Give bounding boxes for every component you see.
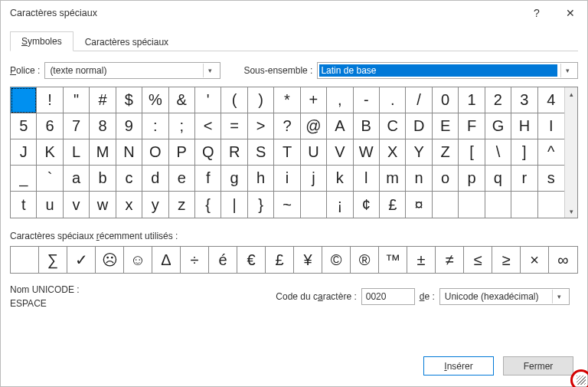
recent-char-cell[interactable]: ® [351, 247, 379, 273]
char-cell[interactable]: ' [195, 87, 221, 113]
recent-char-cell[interactable]: ≥ [492, 247, 521, 273]
char-cell[interactable]: v [64, 192, 90, 218]
char-cell[interactable] [511, 192, 537, 218]
char-cell[interactable]: z [169, 192, 195, 218]
char-cell[interactable]: G [485, 113, 511, 139]
char-cell[interactable]: : [142, 113, 168, 139]
char-cell[interactable]: k [327, 166, 353, 192]
char-cell[interactable]: a [64, 166, 90, 192]
recent-char-cell[interactable]: é [209, 247, 237, 273]
char-cell[interactable]: J [11, 139, 37, 166]
char-cell[interactable]: N [116, 139, 142, 166]
char-cell[interactable]: 5 [11, 113, 37, 139]
char-cell[interactable]: w [90, 192, 116, 218]
char-cell[interactable]: o [433, 166, 459, 192]
char-cell[interactable]: q [485, 166, 511, 192]
char-cell[interactable]: 4 [538, 87, 564, 113]
char-cell[interactable]: H [511, 113, 537, 139]
font-select[interactable]: (texte normal) ▾ [44, 62, 220, 79]
char-cell[interactable]: & [169, 87, 195, 113]
char-cell[interactable]: R [221, 139, 247, 166]
char-cell[interactable]: - [354, 87, 380, 113]
char-cell[interactable]: ¢ [354, 192, 380, 218]
resize-handle[interactable] [577, 376, 586, 385]
char-cell[interactable]: @ [301, 113, 327, 139]
char-cell[interactable]: ! [37, 87, 63, 113]
char-cell[interactable]: ] [511, 139, 537, 166]
char-cell[interactable]: 3 [511, 87, 537, 113]
recent-char-cell[interactable]: × [521, 247, 549, 273]
tab-special-characters[interactable]: Caractères spéciaux [74, 32, 180, 51]
char-cell[interactable]: X [380, 139, 406, 166]
from-select[interactable]: Unicode (hexadécimal) ▾ [439, 288, 570, 305]
char-cell[interactable]: V [327, 139, 353, 166]
char-cell[interactable]: L [64, 139, 90, 166]
char-cell[interactable]: T [274, 139, 300, 166]
char-cell[interactable]: m [380, 166, 406, 192]
char-cell[interactable]: I [538, 113, 564, 139]
char-cell[interactable]: ? [274, 113, 300, 139]
char-cell[interactable]: £ [380, 192, 406, 218]
recent-char-cell[interactable]: ☺ [124, 247, 152, 273]
char-cell[interactable]: , [327, 87, 353, 113]
char-cell[interactable]: i [274, 166, 300, 192]
char-cell[interactable]: M [90, 139, 116, 166]
char-cell[interactable]: P [169, 139, 195, 166]
recent-char-cell[interactable]: ÷ [181, 247, 209, 273]
char-cell[interactable]: f [195, 166, 221, 192]
grid-scrollbar[interactable]: ▴ ▾ [564, 87, 577, 218]
char-cell[interactable]: D [406, 113, 432, 139]
char-cell[interactable]: ¡ [327, 192, 353, 218]
close-button[interactable]: Fermer [503, 356, 573, 376]
char-cell[interactable]: s [538, 166, 564, 192]
char-cell[interactable]: e [169, 166, 195, 192]
recent-char-cell[interactable]: € [237, 247, 266, 273]
char-cell[interactable]: \ [485, 139, 511, 166]
char-cell[interactable]: 6 [37, 113, 63, 139]
char-cell[interactable]: # [90, 87, 116, 113]
code-input[interactable]: 0020 [361, 288, 415, 305]
char-cell[interactable]: j [301, 166, 327, 192]
recent-char-cell[interactable]: ¥ [294, 247, 322, 273]
char-cell[interactable]: c [116, 166, 142, 192]
char-cell[interactable]: > [248, 113, 274, 139]
char-cell[interactable]: r [511, 166, 537, 192]
char-cell[interactable]: x [116, 192, 142, 218]
char-cell[interactable]: Z [433, 139, 459, 166]
char-cell[interactable]: U [301, 139, 327, 166]
char-cell[interactable]: d [142, 166, 168, 192]
char-cell[interactable]: t [11, 192, 37, 218]
char-cell[interactable]: Q [195, 139, 221, 166]
char-cell[interactable]: W [354, 139, 380, 166]
char-cell[interactable]: 8 [90, 113, 116, 139]
char-cell[interactable]: E [433, 113, 459, 139]
char-cell[interactable]: 1 [459, 87, 485, 113]
recent-char-cell[interactable]: £ [266, 247, 294, 273]
char-cell[interactable]: 2 [485, 87, 511, 113]
help-button[interactable]: ? [520, 1, 554, 25]
char-cell[interactable]: Y [406, 139, 432, 166]
recent-char-cell[interactable] [11, 247, 39, 273]
char-cell[interactable]: $ [116, 87, 142, 113]
char-cell[interactable]: y [142, 192, 168, 218]
recent-char-cell[interactable]: ✓ [67, 247, 96, 273]
char-cell[interactable]: [ [459, 139, 485, 166]
char-cell[interactable]: u [37, 192, 63, 218]
char-cell[interactable] [433, 192, 459, 218]
recent-char-cell[interactable]: Δ [152, 247, 181, 273]
char-cell[interactable]: B [354, 113, 380, 139]
char-cell[interactable]: n [406, 166, 432, 192]
char-cell[interactable]: % [142, 87, 168, 113]
char-cell[interactable]: p [459, 166, 485, 192]
char-cell[interactable]: F [459, 113, 485, 139]
close-icon[interactable]: ✕ [554, 1, 587, 25]
char-cell[interactable]: 7 [64, 113, 90, 139]
char-cell[interactable]: ( [221, 87, 247, 113]
char-cell[interactable]: < [195, 113, 221, 139]
recent-char-cell[interactable]: ∑ [39, 247, 67, 273]
char-cell[interactable]: { [195, 192, 221, 218]
char-cell[interactable]: = [221, 113, 247, 139]
char-cell[interactable] [485, 192, 511, 218]
recent-char-cell[interactable]: ± [407, 247, 436, 273]
char-cell[interactable]: A [327, 113, 353, 139]
